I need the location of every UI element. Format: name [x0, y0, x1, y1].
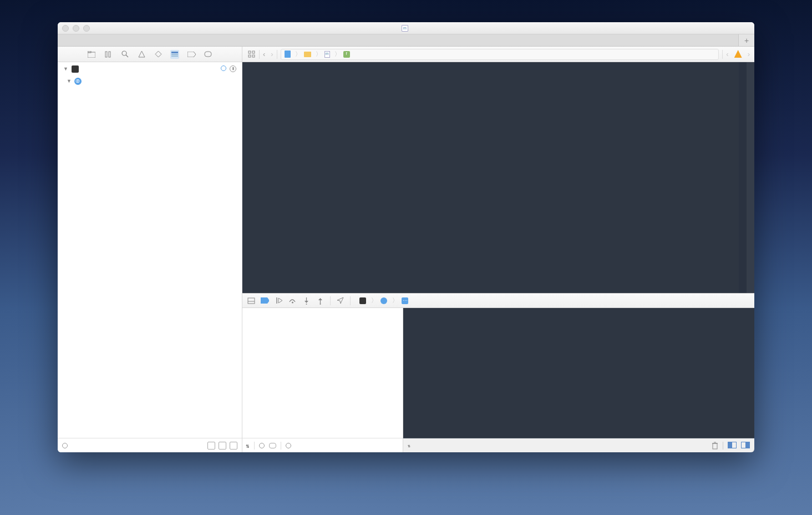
svg-line-5: [126, 55, 128, 57]
svg-point-25: [306, 304, 307, 305]
svg-point-22: [292, 302, 293, 304]
svg-rect-12: [205, 52, 211, 57]
svg-point-4: [122, 51, 126, 55]
step-over-icon[interactable]: [288, 296, 297, 305]
titlebar[interactable]: m: [58, 22, 754, 34]
step-out-icon[interactable]: [316, 296, 324, 305]
search-icon[interactable]: [120, 50, 129, 59]
folder-icon[interactable]: [87, 50, 96, 59]
svg-rect-17: [248, 298, 255, 304]
filter-clear-icon[interactable]: [62, 443, 68, 448]
svg-marker-11: [187, 52, 196, 57]
counterpart-fwd[interactable]: ›: [748, 50, 750, 58]
svg-rect-9: [171, 54, 178, 55]
svg-rect-16: [252, 55, 255, 57]
nav-back-button[interactable]: ‹: [263, 50, 265, 58]
console-footer: ⇅: [403, 438, 754, 452]
frame-icon: ⋯: [402, 297, 408, 304]
variables-filter-input[interactable]: [296, 442, 399, 449]
svg-marker-19: [261, 297, 269, 304]
filter-opt1-icon[interactable]: [207, 442, 215, 450]
editor-area: 〉 〉 ⋯ ⇅: [242, 62, 754, 452]
svg-marker-24: [304, 301, 308, 303]
svg-rect-14: [252, 51, 255, 53]
tests-icon[interactable]: [154, 50, 163, 59]
thread-icon: ⦿: [74, 78, 82, 85]
jump-bar[interactable]: 〉 〉 m 〉 f: [281, 49, 719, 60]
step-into-icon[interactable]: [302, 296, 311, 305]
output-scope-selector[interactable]: ⇅: [408, 442, 410, 449]
related-items-icon[interactable]: [247, 50, 256, 59]
svg-marker-21: [278, 298, 282, 303]
process-row[interactable]: ▼ ⦀: [58, 62, 242, 75]
svg-marker-29: [337, 297, 343, 304]
quicklook-icon[interactable]: [259, 443, 265, 448]
symbol-icon[interactable]: [104, 50, 113, 59]
svg-rect-10: [171, 55, 178, 57]
svg-point-28: [320, 304, 321, 305]
add-tab-button[interactable]: +: [739, 34, 754, 46]
spinner-icon: [221, 65, 226, 71]
function-icon: f: [343, 51, 350, 58]
process-icon: [359, 297, 366, 304]
console-output[interactable]: [403, 308, 754, 438]
scope-selector[interactable]: ⇅: [246, 442, 250, 449]
debug-process-crumb[interactable]: 〉 〉 ⋯: [359, 296, 410, 305]
warning-icon[interactable]: [734, 50, 742, 58]
show-console-icon[interactable]: [741, 442, 750, 448]
tab-main-m[interactable]: [58, 34, 739, 46]
location-icon[interactable]: [336, 296, 344, 305]
process-icon: [72, 65, 79, 73]
debug-area: 〉 〉 ⋯ ⇅: [242, 293, 754, 452]
xcode-window: m + ‹ › 〉: [58, 22, 754, 452]
continue-icon[interactable]: [275, 296, 283, 305]
debug-nav-icon[interactable]: [170, 50, 179, 59]
navigator-filter-bar: [58, 438, 242, 452]
tab-bar: +: [58, 34, 754, 47]
show-vars-icon[interactable]: [728, 442, 737, 448]
svg-rect-2: [105, 52, 107, 57]
file-icon: m: [402, 25, 408, 32]
thread-row[interactable]: ▼ ⦿: [58, 75, 242, 87]
issues-icon[interactable]: [137, 50, 146, 59]
svg-rect-3: [109, 52, 110, 57]
nav-forward-button[interactable]: ›: [271, 50, 273, 58]
filter-opt3-icon[interactable]: [230, 442, 237, 450]
debug-navigator: ▼ ⦀ ▼ ⦿: [58, 62, 242, 452]
breakpoints-icon[interactable]: [187, 50, 196, 59]
code-content[interactable]: [265, 62, 739, 293]
print-icon[interactable]: [269, 443, 276, 448]
project-icon: [285, 51, 291, 58]
filter-clear-icon[interactable]: [286, 443, 291, 448]
breakpoint-toggle-icon[interactable]: [261, 296, 269, 305]
variables-view: ⇅: [242, 308, 403, 452]
reports-icon[interactable]: [204, 50, 212, 59]
svg-rect-8: [171, 52, 178, 53]
minimap[interactable]: [739, 62, 747, 293]
svg-rect-15: [248, 55, 251, 57]
pause-icon[interactable]: ⦀: [230, 65, 236, 72]
trash-icon[interactable]: [712, 442, 718, 450]
thread-icon: [380, 297, 387, 304]
counterpart-back[interactable]: ‹: [726, 50, 728, 58]
svg-marker-6: [139, 51, 145, 57]
line-gutter[interactable]: [242, 62, 265, 293]
window-title: m: [58, 25, 754, 32]
code-editor[interactable]: [242, 62, 754, 293]
folder-icon: [304, 52, 311, 57]
svg-rect-30: [713, 443, 717, 449]
file-icon: m: [324, 51, 330, 58]
variables-footer: ⇅: [242, 438, 403, 452]
console-view: ⇅: [403, 308, 754, 452]
hide-debug-icon[interactable]: [247, 296, 255, 305]
svg-marker-27: [318, 298, 322, 300]
svg-rect-13: [248, 51, 251, 53]
filter-opt2-icon[interactable]: [219, 442, 226, 450]
toolbar: ‹ › 〉 〉 m 〉 f ‹ ›: [58, 47, 754, 62]
vertical-scrollbar[interactable]: [747, 62, 754, 293]
variables-list[interactable]: [242, 308, 403, 438]
debug-toolbar: 〉 〉 ⋯: [242, 294, 754, 308]
navigator-filter-input[interactable]: [71, 442, 204, 449]
svg-marker-7: [155, 51, 161, 57]
navigator-selector: [58, 47, 242, 62]
